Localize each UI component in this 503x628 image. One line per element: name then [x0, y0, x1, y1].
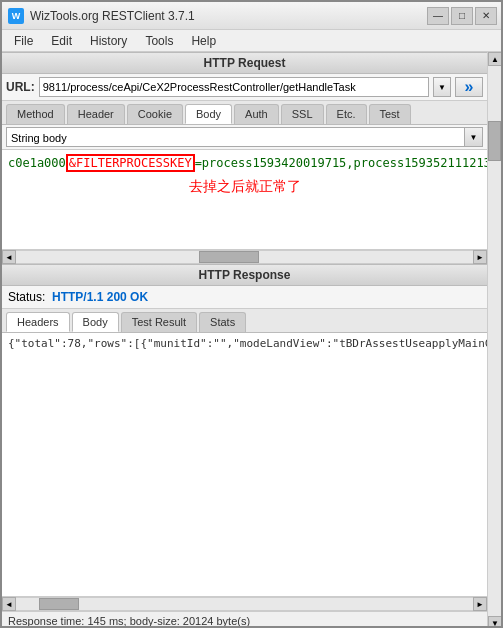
- tab-ssl[interactable]: SSL: [281, 104, 324, 124]
- tab-test-result[interactable]: Test Result: [121, 312, 197, 332]
- status-value: HTTP/1.1 200 OK: [52, 290, 148, 304]
- close-button[interactable]: ✕: [475, 7, 497, 25]
- status-footer: Response time: 145 ms; body-size: 20124 …: [2, 611, 487, 628]
- request-section-header: HTTP Request: [2, 52, 487, 74]
- response-empty-area: [2, 463, 487, 597]
- minimize-button[interactable]: —: [427, 7, 449, 25]
- response-scroll-right[interactable]: ►: [473, 597, 487, 611]
- title-bar: W WizTools.org RESTClient 3.7.1 — □ ✕: [2, 2, 501, 30]
- tab-auth[interactable]: Auth: [234, 104, 279, 124]
- tab-test[interactable]: Test: [369, 104, 411, 124]
- body-type-selector: String body ▼: [2, 125, 487, 150]
- response-tabs-bar: Headers Body Test Result Stats: [2, 309, 487, 333]
- scroll-track[interactable]: [16, 251, 473, 263]
- url-go-button[interactable]: »: [455, 77, 483, 97]
- menu-history[interactable]: History: [82, 32, 135, 50]
- tab-response-body[interactable]: Body: [72, 312, 119, 332]
- v-scroll-track[interactable]: [488, 66, 501, 616]
- body-type-dropdown-button[interactable]: ▼: [465, 127, 483, 147]
- url-label: URL:: [6, 80, 35, 94]
- window-title: WizTools.org RESTClient 3.7.1: [30, 9, 195, 23]
- tab-body[interactable]: Body: [185, 104, 232, 124]
- v-scroll-thumb[interactable]: [488, 121, 501, 161]
- response-body-content: {"total":78,"rows":[{"munitId":"","modeL…: [8, 337, 487, 350]
- response-time-text: Response time: 145 ms; body-size: 20124 …: [8, 615, 250, 627]
- url-input[interactable]: 9811/process/ceApi/CeX2ProcessRestContro…: [39, 77, 429, 97]
- filter-process-key-highlight: &FILTERPROCESSKEY: [66, 154, 195, 172]
- url-dropdown-button[interactable]: ▼: [433, 77, 451, 97]
- tab-cookie[interactable]: Cookie: [127, 104, 183, 124]
- response-scroll-thumb[interactable]: [39, 598, 79, 610]
- window-controls: — □ ✕: [427, 7, 497, 25]
- main-v-scrollbar[interactable]: ▲ ▼: [487, 52, 501, 628]
- chinese-annotation: 去掉之后就正常了: [8, 178, 481, 196]
- tab-headers[interactable]: Headers: [6, 312, 70, 332]
- response-scroll-track[interactable]: [16, 598, 473, 610]
- response-body-area[interactable]: {"total":78,"rows":[{"munitId":"","modeL…: [2, 333, 487, 463]
- body-suffix: =process1593420019715,process15935211121…: [195, 156, 487, 170]
- v-scroll-down[interactable]: ▼: [488, 616, 501, 628]
- body-prefix: c0e1a000: [8, 156, 66, 170]
- response-section-header: HTTP Response: [2, 264, 487, 286]
- maximize-button[interactable]: □: [451, 7, 473, 25]
- menu-tools[interactable]: Tools: [137, 32, 181, 50]
- menu-file[interactable]: File: [6, 32, 41, 50]
- request-h-scrollbar[interactable]: ◄ ►: [2, 250, 487, 264]
- menu-bar: File Edit History Tools Help: [2, 30, 501, 52]
- scroll-right-arrow[interactable]: ►: [473, 250, 487, 264]
- request-tabs-bar: Method Header Cookie Body Auth SSL Etc. …: [2, 101, 487, 125]
- body-type-value[interactable]: String body: [6, 127, 465, 147]
- request-body-area[interactable]: c0e1a000&FILTERPROCESSKEY=process1593420…: [2, 150, 487, 250]
- response-h-scrollbar[interactable]: ◄ ►: [2, 597, 487, 611]
- tab-method[interactable]: Method: [6, 104, 65, 124]
- tab-etc[interactable]: Etc.: [326, 104, 367, 124]
- tab-header[interactable]: Header: [67, 104, 125, 124]
- tab-stats[interactable]: Stats: [199, 312, 246, 332]
- response-status-bar: Status: HTTP/1.1 200 OK: [2, 286, 487, 309]
- menu-help[interactable]: Help: [183, 32, 224, 50]
- app-icon: W: [8, 8, 24, 24]
- url-bar: URL: 9811/process/ceApi/CeX2ProcessRestC…: [2, 74, 487, 101]
- menu-edit[interactable]: Edit: [43, 32, 80, 50]
- body-content: c0e1a000&FILTERPROCESSKEY=process1593420…: [2, 150, 487, 202]
- response-scroll-left[interactable]: ◄: [2, 597, 16, 611]
- status-label: Status:: [8, 290, 52, 304]
- scroll-left-arrow[interactable]: ◄: [2, 250, 16, 264]
- v-scroll-up[interactable]: ▲: [488, 52, 501, 66]
- scroll-thumb[interactable]: [199, 251, 259, 263]
